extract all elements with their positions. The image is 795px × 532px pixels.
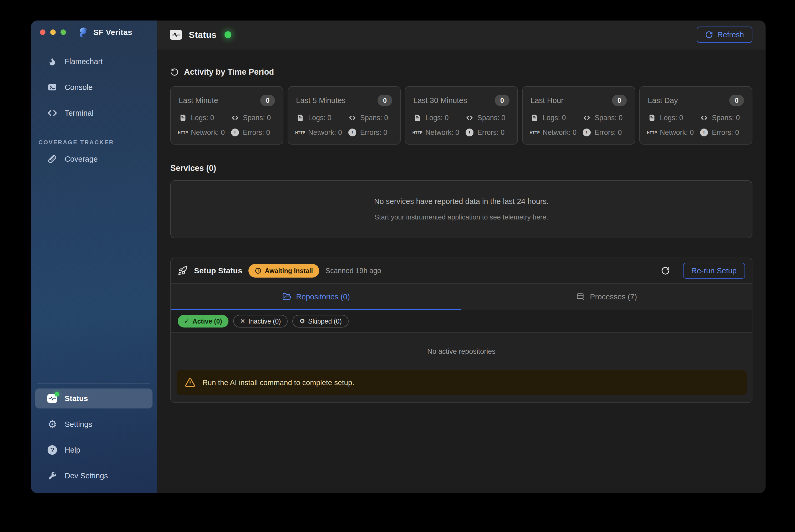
spans-icon	[583, 114, 591, 122]
spans-icon	[348, 114, 357, 122]
tab-repositories[interactable]: Repositories (0)	[171, 284, 461, 310]
sidebar-item-label: Settings	[65, 420, 92, 429]
spans-icon	[465, 114, 474, 122]
sidebar-item-settings[interactable]: ⚙ Settings	[35, 414, 152, 434]
console-icon	[47, 82, 57, 92]
card-title: Last Hour	[531, 96, 564, 105]
activity-card: Last Day 0 Logs: 0 Spans: 0 HTTPNetwork:…	[639, 86, 752, 145]
refresh-button[interactable]: Refresh	[697, 26, 752, 43]
http-icon: HTTP	[179, 128, 187, 137]
errors-icon: !	[231, 128, 239, 137]
app-window: SF Veritas Flamechart Console Terminal	[31, 20, 765, 493]
online-status-dot	[225, 31, 231, 38]
refresh-icon	[705, 31, 713, 39]
code-icon	[47, 108, 57, 118]
services-empty-panel: No services have reported data in the la…	[170, 180, 752, 238]
activity-card: Last Minute 0 Logs: 0 Spans: 0 HTTPNetwo…	[170, 86, 283, 145]
chip-inactive[interactable]: ✕ Inactive (0)	[233, 315, 288, 327]
processes-icon	[576, 292, 585, 301]
activity-cards-row: Last Minute 0 Logs: 0 Spans: 0 HTTPNetwo…	[170, 86, 752, 145]
sidebar-item-label: Help	[65, 446, 80, 454]
sidebar-item-flamechart[interactable]: Flamechart	[35, 52, 152, 72]
traffic-lights	[40, 30, 66, 35]
activity-section-heading: Activity by Time Period	[170, 67, 752, 77]
activity-card: Last 30 Minutes 0 Logs: 0 Spans: 0 HTTPN…	[405, 86, 518, 145]
chip-skipped[interactable]: ⚙ Skipped (0)	[292, 315, 348, 327]
logs-icon	[179, 114, 187, 122]
zoom-window-button[interactable]	[60, 30, 66, 35]
card-title: Last Day	[648, 96, 678, 105]
rocket-icon	[178, 266, 188, 276]
http-icon: HTTP	[648, 128, 656, 137]
card-title: Last 5 Minutes	[296, 96, 346, 105]
count-badge: 0	[378, 95, 392, 106]
activity-card: Last 5 Minutes 0 Logs: 0 Spans: 0 HTTPNe…	[288, 86, 401, 145]
ruler-icon	[47, 154, 57, 164]
logs-icon	[648, 114, 656, 122]
spinner-icon[interactable]	[661, 266, 670, 275]
x-icon: ✕	[240, 318, 245, 324]
check-icon: ✓	[184, 318, 189, 324]
setup-status-header: Setup Status Awaiting Install Scanned 19…	[171, 258, 752, 284]
setup-status-panel: Setup Status Awaiting Install Scanned 19…	[170, 258, 752, 403]
count-badge: 0	[729, 95, 744, 106]
rerun-setup-button[interactable]: Re-run Setup	[683, 263, 745, 279]
page-title: Status	[189, 30, 216, 40]
setup-tabs: Repositories (0) Processes (7)	[171, 284, 752, 310]
clock-icon	[255, 267, 262, 274]
folder-open-icon	[282, 292, 291, 301]
services-empty-title: No services have reported data in the la…	[374, 197, 549, 206]
http-icon: HTTP	[531, 128, 539, 137]
errors-icon: !	[348, 128, 357, 137]
services-section-heading: Services (0)	[170, 164, 752, 173]
sidebar-item-terminal[interactable]: Terminal	[35, 103, 152, 123]
count-badge: 0	[260, 95, 275, 106]
chip-active[interactable]: ✓ Active (0)	[178, 315, 228, 327]
logs-icon	[296, 114, 304, 122]
main-area: Status Refresh Activity by Time Period	[157, 20, 765, 493]
sidebar-divider-bottom	[37, 383, 150, 384]
http-icon: HTTP	[413, 128, 422, 137]
wrench-icon	[47, 471, 57, 481]
sidebar-nav-top: Flamechart Console Terminal	[31, 44, 157, 123]
sidebar-item-label: Dev Settings	[65, 472, 108, 480]
sidebar-item-dev-settings[interactable]: Dev Settings	[35, 466, 152, 486]
tab-processes[interactable]: Processes (7)	[461, 284, 752, 310]
logs-icon	[531, 114, 539, 122]
count-badge: 0	[612, 95, 627, 106]
sidebar-item-help[interactable]: ? Help	[35, 440, 152, 460]
sidebar-nav-bottom: Status ⚙ Settings ? Help Dev Settings	[31, 387, 157, 493]
sidebar-item-coverage[interactable]: Coverage	[35, 149, 152, 169]
app-logo-icon	[76, 26, 89, 38]
http-icon: HTTP	[296, 128, 304, 137]
card-title: Last Minute	[179, 96, 218, 105]
spans-icon	[231, 114, 239, 122]
sidebar-item-label: Status	[65, 394, 88, 403]
pulse-icon	[47, 394, 57, 403]
help-icon: ?	[47, 445, 57, 455]
activity-card: Last Hour 0 Logs: 0 Spans: 0 HTTPNetwork…	[522, 86, 635, 145]
minimize-window-button[interactable]	[50, 30, 56, 35]
setup-warning-text: Run the AI install command to complete s…	[203, 379, 354, 387]
sidebar-item-status[interactable]: Status	[35, 388, 152, 408]
scanned-timestamp: Scanned 19h ago	[325, 267, 381, 275]
titlebar: SF Veritas	[31, 20, 157, 44]
card-title: Last 30 Minutes	[413, 96, 467, 105]
app-title: SF Veritas	[93, 28, 132, 37]
errors-icon: !	[583, 128, 591, 137]
content-scroll-area[interactable]: Activity by Time Period Last Minute 0 Lo…	[157, 50, 765, 493]
sidebar-item-label: Coverage	[65, 155, 98, 164]
repositories-panel: No active repositories Run the AI instal…	[171, 333, 752, 402]
sidebar-nav-coverage: Coverage	[31, 148, 157, 169]
sidebar-item-label: Console	[65, 83, 93, 92]
history-icon	[170, 68, 179, 76]
page-header: Status Refresh	[157, 20, 765, 50]
close-window-button[interactable]	[40, 30, 45, 35]
sidebar: SF Veritas Flamechart Console Terminal	[31, 20, 157, 493]
pulse-icon	[170, 30, 182, 40]
coverage-tracker-section-label: COVERAGE TRACKER	[31, 131, 157, 148]
sidebar-item-console[interactable]: Console	[35, 77, 152, 97]
errors-icon: !	[700, 128, 708, 137]
sidebar-item-label: Terminal	[65, 109, 94, 117]
logs-icon	[413, 114, 422, 122]
